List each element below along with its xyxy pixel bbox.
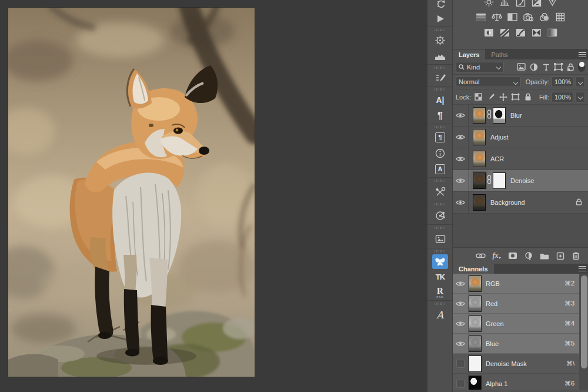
fox-photo-document[interactable] (8, 8, 255, 377)
visibility-empty-well[interactable] (453, 354, 469, 373)
visibility-eye-icon[interactable] (453, 294, 469, 313)
curves-icon[interactable] (515, 0, 526, 7)
layer-thumbnail[interactable] (473, 107, 486, 124)
dock-group-grip[interactable] (427, 86, 452, 92)
black-white-icon[interactable] (507, 12, 518, 22)
new-layer-icon[interactable] (555, 251, 565, 261)
fill-dropdown-button[interactable] (576, 92, 585, 102)
channel-thumbnail[interactable] (469, 376, 482, 390)
visibility-eye-icon[interactable] (453, 127, 469, 148)
dock-group-grip[interactable] (427, 177, 452, 183)
tab-channels[interactable]: Channels (453, 264, 494, 274)
channel-row-blue[interactable]: Blue ⌘5 (453, 334, 579, 354)
visibility-eye-icon[interactable] (453, 314, 469, 333)
character-panel-button[interactable]: A| (427, 92, 453, 108)
channel-thumbnail[interactable] (469, 335, 482, 352)
kind-filter-select[interactable]: Kind (456, 62, 504, 72)
threshold-icon[interactable] (515, 27, 526, 38)
layer-row-background[interactable]: Background (453, 192, 588, 214)
channel-mixer-icon[interactable] (539, 12, 550, 22)
libraries-panel-button[interactable] (427, 230, 453, 248)
selective-color-icon[interactable] (547, 27, 557, 38)
visibility-eye-icon[interactable] (453, 334, 469, 353)
layer-thumbnail-active[interactable] (473, 172, 486, 189)
dock-group-grip[interactable] (427, 26, 452, 32)
history-panel-button[interactable] (427, 0, 453, 11)
document-canvas-area[interactable] (0, 0, 428, 392)
visibility-eye-icon[interactable] (453, 105, 469, 126)
channels-scrollbar[interactable] (581, 275, 587, 387)
new-group-icon[interactable] (539, 251, 549, 261)
layer-row-blur[interactable]: Blur (453, 105, 588, 127)
color-lookup-icon[interactable] (555, 12, 566, 22)
channel-thumbnail[interactable] (469, 356, 482, 372)
channel-thumbnail[interactable] (469, 295, 482, 312)
lock-position-icon[interactable] (498, 92, 508, 102)
lock-transparent-icon[interactable] (473, 92, 483, 102)
channel-thumbnail[interactable] (469, 275, 482, 292)
tab-layers[interactable]: Layers (453, 49, 485, 59)
channel-thumbnail[interactable] (469, 315, 482, 332)
share-panel-button[interactable] (427, 207, 453, 224)
layer-row-denoise-selected[interactable]: Denoise (453, 170, 588, 192)
info-panel-button[interactable] (427, 145, 453, 161)
layers-empty-area[interactable] (453, 214, 588, 247)
tk-infinity-panel-button[interactable] (427, 254, 453, 270)
paragraph-panel-button[interactable]: ¶ (427, 108, 453, 124)
posterize-icon[interactable] (499, 27, 510, 38)
tk-panel-button[interactable]: TK (427, 270, 453, 284)
paragraph-styles-panel-button[interactable]: ¶ (427, 129, 453, 145)
smart-object-filter-icon[interactable] (566, 62, 576, 72)
delete-layer-icon[interactable] (571, 251, 581, 261)
lock-paint-icon[interactable] (486, 92, 496, 102)
gradient-map-icon[interactable] (531, 27, 542, 38)
channel-row-green[interactable]: Green ⌘4 (453, 314, 579, 334)
visibility-eye-icon[interactable] (453, 274, 469, 293)
pixel-layers-filter-icon[interactable] (516, 62, 526, 72)
layer-row-adjust[interactable]: Adjust (453, 127, 588, 148)
character-styles-panel-button[interactable]: A (427, 161, 453, 177)
rpro-panel-button[interactable]: R PRO (427, 284, 453, 300)
hue-saturation-icon[interactable] (476, 12, 486, 22)
add-layer-mask-icon[interactable] (507, 251, 517, 261)
levels-icon[interactable] (499, 0, 510, 7)
layer-thumbnail[interactable] (473, 151, 486, 167)
layer-row-acr[interactable]: ACR (453, 148, 588, 170)
fill-input[interactable]: 100% (552, 92, 573, 102)
channel-row-denoise-mask[interactable]: Denoise Mask ⌘\ (453, 354, 579, 374)
actions-panel-button[interactable] (427, 11, 453, 26)
invert-icon[interactable] (483, 27, 494, 38)
photo-filter-icon[interactable] (523, 12, 534, 22)
scrollbar-thumb[interactable] (581, 275, 587, 368)
visibility-eye-icon[interactable] (453, 192, 469, 213)
layer-style-fx-icon[interactable]: fx (492, 251, 502, 261)
brush-settings-panel-button[interactable] (427, 70, 453, 86)
layer-mask-thumbnail[interactable] (493, 107, 506, 124)
visibility-empty-well[interactable] (453, 374, 469, 390)
dock-group-grip[interactable] (427, 224, 452, 230)
script-a-panel-button[interactable]: A (427, 306, 453, 324)
dock-group-grip[interactable] (427, 300, 452, 306)
channel-row-alpha-1[interactable]: Alpha 1 ⌘6 (453, 374, 579, 390)
exposure-icon[interactable] (531, 0, 542, 7)
dock-group-grip[interactable] (427, 248, 452, 254)
layer-thumbnail[interactable] (473, 129, 486, 145)
lock-artboard-icon[interactable] (510, 92, 520, 102)
dock-group-grip[interactable] (427, 124, 452, 129)
visibility-eye-icon[interactable] (453, 148, 469, 170)
filter-toggle-switch[interactable] (578, 62, 585, 72)
color-balance-icon[interactable] (492, 12, 502, 22)
vibrance-icon[interactable] (547, 0, 557, 7)
tab-paths[interactable]: Paths (485, 49, 513, 59)
channel-row-red[interactable]: Red ⌘3 (453, 294, 579, 314)
brightness-contrast-icon[interactable] (483, 0, 494, 7)
shape-layers-filter-icon[interactable] (553, 62, 563, 72)
dock-group-grip[interactable] (427, 64, 452, 70)
adjustment-layers-filter-icon[interactable] (529, 62, 539, 72)
blend-mode-select[interactable]: Normal (456, 77, 521, 87)
type-layers-filter-icon[interactable] (541, 62, 551, 72)
channel-row-rgb[interactable]: RGB ⌘2 (453, 274, 579, 294)
layer-thumbnail[interactable] (473, 194, 486, 211)
mask-link-icon[interactable] (487, 175, 492, 187)
channels-panel-menu-icon[interactable] (579, 266, 586, 271)
